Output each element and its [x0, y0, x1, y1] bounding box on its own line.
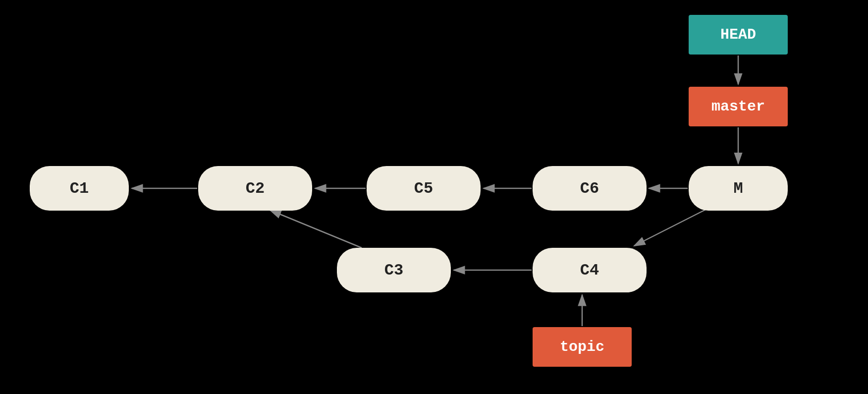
topic-label: topic: [533, 327, 632, 367]
commit-C4: C4: [533, 248, 647, 292]
svg-line-7: [634, 208, 708, 246]
commit-C1: C1: [30, 166, 129, 211]
git-diagram: HEAD master M C6 C5 C2 C1 C4 C3 topic: [0, 0, 868, 394]
commit-C3: C3: [337, 248, 451, 292]
commit-M: M: [689, 166, 788, 211]
commit-C2: C2: [198, 166, 312, 211]
master-label: master: [689, 87, 788, 126]
head-label: HEAD: [689, 15, 788, 55]
commit-C6: C6: [533, 166, 647, 211]
svg-line-9: [270, 210, 362, 248]
commit-C5: C5: [367, 166, 481, 211]
